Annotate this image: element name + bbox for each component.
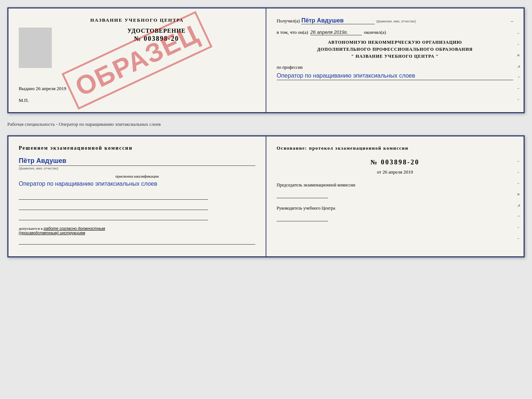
- dopuskaetsya-block: допускается к работе согласно должностны…: [19, 226, 255, 245]
- predsedatel-label: Председатель экзаменационной комиссии: [277, 182, 513, 188]
- rukovoditel-label: Руководитель учебного Центра: [277, 206, 513, 211]
- signature-lines: [19, 192, 255, 220]
- osnovanie-title: Основание: протокол экзаменационной коми…: [277, 145, 513, 151]
- org-block: АВТОНОМНУЮ НЕКОММЕРЧЕСКУЮ ОРГАНИЗАЦИЮ ДО…: [277, 39, 513, 60]
- cert-school-title: НАЗВАНИЕ УЧЕБНОГО ЦЕНТРА: [19, 17, 255, 23]
- sig-line-1: [19, 192, 208, 200]
- page-wrapper: НАЗВАНИЕ УЧЕБНОГО ЦЕНТРА УДОСТОВЕРЕНИЕ №…: [7, 7, 525, 257]
- vtom-line: в том, что он(а) 26 апреля 2019г. окончи…: [277, 29, 513, 35]
- udostoverenie-block: УДОСТОВЕРЕНИЕ № 003898-20: [19, 28, 255, 43]
- prisvoena-label: присвоена квалификация: [19, 174, 255, 178]
- vtom-prefix: в том, что он(а): [277, 29, 308, 35]
- org-line1: АВТОНОМНУЮ НЕКОММЕРЧЕСКУЮ ОРГАНИЗАЦИЮ: [277, 39, 513, 46]
- side-dashes: – – и ,а ← – –: [517, 31, 521, 101]
- rukovod-sig: [277, 214, 328, 221]
- qual-profession: Оператор по наращиванию эпитаксиальных с…: [19, 180, 255, 188]
- right-side-dashes: – – – и ,а ← – –: [517, 158, 521, 240]
- qualification-document: Решением экзаменационной комиссии Пётр А…: [7, 135, 525, 257]
- udost-number: № 003898-20: [19, 35, 255, 43]
- resheniem-title: Решением экзаменационной комиссии: [19, 145, 255, 151]
- vtom-date: 26 апреля 2019г.: [310, 29, 362, 35]
- predsedatel-block: Председатель экзаменационной комиссии: [277, 182, 513, 198]
- photo-placeholder: [19, 28, 52, 68]
- org-line2: ДОПОЛНИТЕЛЬНОГО ПРОФЕССИОНАЛЬНОГО ОБРАЗО…: [277, 46, 513, 53]
- mp-line: М.П.: [19, 97, 255, 103]
- vydano-date: 26 апреля 2019: [36, 86, 66, 91]
- org-quote: " НАЗВАНИЕ УЧЕБНОГО ЦЕНТРА ": [277, 53, 513, 60]
- udost-label: УДОСТОВЕРЕНИЕ: [19, 28, 255, 34]
- sig-line-2: [19, 203, 208, 210]
- okonchil-label: окончил(а): [364, 29, 386, 35]
- cert-left-panel: НАЗВАНИЕ УЧЕБНОГО ЦЕНТРА УДОСТОВЕРЕНИЕ №…: [8, 8, 266, 112]
- qual-fio-hint: (фамилия, имя, отчество): [19, 167, 255, 170]
- qual-person-name: Пётр Авдушев: [19, 157, 255, 166]
- dopusk-label: допускается к: [19, 226, 43, 231]
- vydano-line: Выдано 26 апреля 2019: [19, 86, 255, 92]
- cert-right-panel: Получил(а) Пётр Авдушев (фамилия, имя, о…: [266, 8, 524, 112]
- sig-line-3: [19, 213, 208, 220]
- protocol-number: № 003898-20: [277, 158, 513, 166]
- poluchil-line: Получил(а) Пётр Авдушев (фамилия, имя, о…: [277, 17, 513, 24]
- qual-right-panel: Основание: протокол экзаменационной коми…: [266, 136, 524, 256]
- dopusk-sig-line: [19, 237, 255, 245]
- profession-value: Оператор по наращиванию эпитаксиальных с…: [277, 72, 513, 80]
- cert-middle-block: УДОСТОВЕРЕНИЕ № 003898-20: [19, 28, 255, 71]
- rukovoditel-block: Руководитель учебного Центра: [277, 206, 513, 221]
- protocol-date-value: 26 апреля 2019: [382, 169, 413, 175]
- poluchil-name: Пётр Авдушев: [301, 17, 375, 24]
- protocol-date: от 26 апреля 2019: [277, 169, 513, 175]
- protocol-date-prefix: от: [377, 169, 381, 175]
- separator-label: Рабочая специальность - Оператор по нара…: [7, 120, 525, 129]
- profession-label: по профессии: [277, 65, 513, 70]
- poluchil-dash: –: [511, 18, 514, 24]
- vydano-label: Выдано: [19, 86, 35, 91]
- certificate-document: НАЗВАНИЕ УЧЕБНОГО ЦЕНТРА УДОСТОВЕРЕНИЕ №…: [7, 7, 525, 113]
- poluchil-hint: (фамилия, имя, отчество): [376, 19, 416, 23]
- qual-left-panel: Решением экзаменационной комиссии Пётр А…: [8, 136, 266, 256]
- predsedatel-sig: [277, 191, 328, 198]
- poluchil-prefix: Получил(а): [277, 18, 300, 24]
